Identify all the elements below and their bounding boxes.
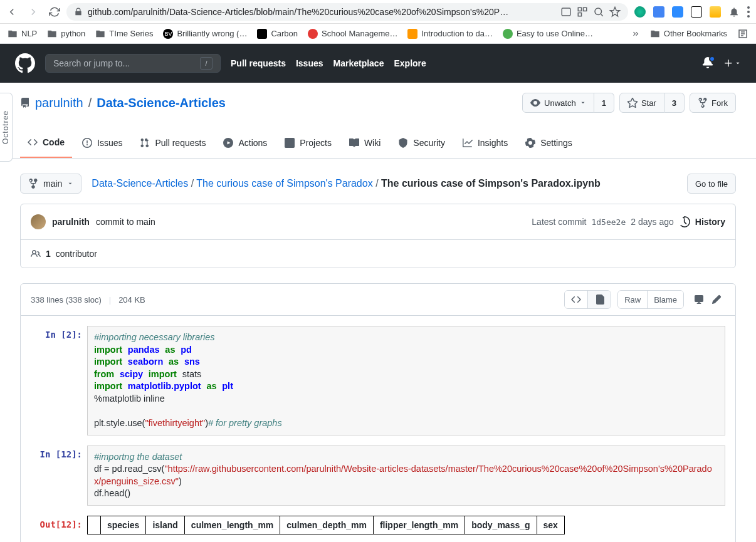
bookmark-item[interactable]: Introduction to da…: [407, 29, 492, 39]
repo-title: parulnith / Data-Science-Articles: [20, 96, 226, 110]
site-icon: [503, 29, 513, 39]
qr-icon[interactable]: [577, 6, 588, 18]
browser-nav: [6, 6, 60, 18]
folder-icon: [95, 29, 105, 39]
site-icon: [257, 29, 267, 39]
ext-grammarly-icon[interactable]: [634, 6, 646, 18]
nav-pulls[interactable]: Pull requests: [231, 58, 286, 68]
tab-security[interactable]: Security: [391, 128, 453, 158]
file-icon: [594, 294, 604, 305]
bookmark-item[interactable]: Carbon: [257, 29, 298, 39]
branch-select[interactable]: main: [20, 174, 81, 194]
url-bar[interactable]: github.com/parulnith/Data-Science-Articl…: [66, 3, 628, 21]
zoom-icon[interactable]: [593, 6, 604, 18]
tab-actions[interactable]: Actions: [216, 128, 275, 158]
avatar[interactable]: [31, 214, 46, 229]
chrome-notifications-icon[interactable]: [728, 6, 740, 18]
raw-blame-group: Raw Blame: [617, 290, 684, 309]
repo-tabs: Code Issues Pull requests Actions Projec…: [0, 128, 756, 159]
bookmarks-bar: NLP python TIme Series BVBrilliantly wro…: [0, 24, 756, 44]
rendered-view-button[interactable]: [588, 291, 611, 308]
tab-pulls[interactable]: Pull requests: [132, 128, 213, 158]
pencil-icon[interactable]: [711, 294, 722, 305]
view-mode-group: [564, 290, 611, 309]
file-info-bar: 338 lines (338 sloc) | 204 KB Raw Blame: [20, 283, 736, 316]
caret-down-icon: [580, 100, 586, 106]
source-view-button[interactable]: [565, 291, 588, 308]
commit-message[interactable]: commit to main: [96, 217, 155, 227]
watch-count[interactable]: 1: [594, 93, 614, 113]
raw-button[interactable]: Raw: [618, 291, 648, 308]
nav-marketplace[interactable]: Marketplace: [333, 58, 384, 68]
desktop-icon[interactable]: [694, 294, 704, 305]
svg-rect-0: [562, 8, 570, 16]
reload-icon[interactable]: [49, 6, 60, 18]
file-nav: main Data-Science-Articles / The curious…: [0, 159, 756, 194]
forward-icon[interactable]: [28, 6, 39, 18]
plus-icon: [723, 58, 733, 68]
book-icon: [349, 138, 359, 148]
blame-button[interactable]: Blame: [648, 291, 683, 308]
search-input[interactable]: Search or jump to... /: [45, 54, 221, 73]
tab-settings[interactable]: Settings: [518, 128, 580, 158]
crumb-repo[interactable]: Data-Science-Articles: [92, 178, 188, 189]
star-icon[interactable]: [609, 6, 621, 18]
star-count[interactable]: 3: [664, 93, 685, 113]
bookmark-item[interactable]: python: [47, 29, 85, 39]
commit-author[interactable]: parulnith: [52, 217, 90, 227]
graph-icon: [463, 138, 473, 148]
tab-code[interactable]: Code: [20, 128, 72, 158]
prompt-in: In [2]:: [31, 326, 82, 435]
crumb-file: The curious case of Simpson's Paradox.ip…: [381, 178, 601, 189]
octotree-toggle[interactable]: Octotree: [0, 93, 13, 162]
fork-button[interactable]: Fork: [690, 93, 736, 113]
play-icon: [223, 138, 233, 148]
other-bookmarks[interactable]: Other Bookmarks: [650, 29, 727, 39]
bookmark-item[interactable]: TIme Series: [95, 29, 153, 39]
latest-commit-label: Latest commit: [532, 217, 586, 227]
project-icon: [285, 138, 295, 148]
bookmark-item[interactable]: School Manageme…: [308, 29, 397, 39]
commit-when[interactable]: 2 days ago: [631, 217, 674, 227]
create-dropdown[interactable]: [723, 58, 741, 68]
chevron-icon[interactable]: [631, 29, 640, 38]
svg-rect-3: [578, 13, 581, 16]
star-button[interactable]: Star: [619, 93, 664, 113]
reading-list-icon[interactable]: [737, 28, 748, 39]
folder-icon: [8, 29, 18, 39]
nav-issues[interactable]: Issues: [296, 58, 323, 68]
back-icon[interactable]: [6, 6, 18, 18]
tab-issues[interactable]: Issues: [75, 128, 130, 158]
history-label[interactable]: History: [695, 217, 725, 227]
unwatch-button[interactable]: Unwatch: [522, 93, 594, 113]
commit-sha[interactable]: 1d5ee2e: [591, 217, 626, 227]
tab-insights[interactable]: Insights: [455, 128, 515, 158]
bookmark-item[interactable]: Easy to use Online…: [503, 29, 593, 39]
github-logo-icon[interactable]: [15, 53, 35, 73]
reader-icon[interactable]: [560, 6, 572, 18]
caret-down-icon: [735, 60, 741, 66]
slash-key-icon: /: [200, 57, 213, 70]
tab-projects[interactable]: Projects: [277, 128, 339, 158]
go-to-file-button[interactable]: Go to file: [687, 174, 736, 194]
notifications-button[interactable]: [702, 57, 713, 70]
repo-name-link[interactable]: Data-Science-Articles: [97, 96, 226, 110]
repo-header: parulnith / Data-Science-Articles Unwatc…: [0, 83, 756, 113]
ext-translate-icon[interactable]: [653, 6, 664, 18]
tab-wiki[interactable]: Wiki: [342, 128, 388, 158]
notification-dot-icon: [709, 56, 715, 62]
nav-explore[interactable]: Explore: [394, 58, 426, 68]
ext-zoom-icon[interactable]: [672, 6, 683, 18]
caret-down-icon: [67, 180, 73, 187]
bookmark-item[interactable]: NLP: [8, 29, 37, 39]
browser-toolbar: github.com/parulnith/Data-Science-Articl…: [0, 0, 756, 24]
ext-star-icon[interactable]: [710, 6, 721, 18]
site-icon: [308, 29, 318, 39]
ext-notion-icon[interactable]: [691, 6, 702, 18]
history-icon[interactable]: [679, 216, 690, 227]
crumb-folder[interactable]: The curious case of Simpson's Paradox: [196, 178, 372, 189]
bookmark-item[interactable]: BVBrilliantly wrong (…: [163, 29, 247, 39]
repo-owner-link[interactable]: parulnith: [35, 96, 83, 110]
chrome-menu-icon[interactable]: [747, 6, 750, 18]
notebook-content: In [2]: #importing necessary libraries i…: [20, 316, 736, 542]
